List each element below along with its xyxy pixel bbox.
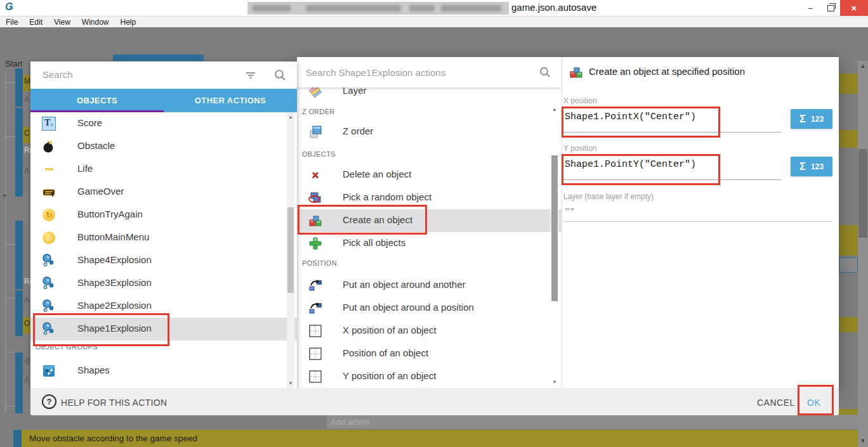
dialog-footer: ? HELP FOR THIS ACTION CANCEL OK: [30, 388, 839, 415]
action-item-pick-all[interactable]: Pick all objects: [297, 232, 562, 255]
restore-icon: [827, 5, 834, 11]
pick-random-icon: [308, 191, 322, 205]
text-object-icon: Tx: [42, 117, 56, 131]
objects-selector-panel: OBJECTS OTHER ACTIONS Tx Score Obstacle …: [30, 62, 297, 388]
scroll-down-icon[interactable]: ▼: [858, 437, 868, 444]
menu-view[interactable]: View: [48, 18, 76, 27]
action-item-pick-random[interactable]: Pick a random object: [297, 186, 562, 209]
menubar: File Edit View Window Help: [0, 16, 868, 27]
action-item-y-position[interactable]: Y position of an object: [297, 365, 562, 388]
input-underline: [563, 132, 782, 133]
action-item-around-another[interactable]: Put an object around another: [297, 274, 562, 297]
particles-icon: [42, 322, 56, 336]
section-header: OBJECTS: [302, 150, 336, 158]
cancel-button[interactable]: CANCEL: [757, 398, 795, 408]
ok-button[interactable]: OK: [807, 398, 820, 408]
object-item-gameover[interactable]: GameOver: [30, 181, 297, 204]
expression-editor-button[interactable]: Σ123: [791, 109, 832, 129]
search-icon[interactable]: [274, 69, 286, 81]
y-position-label: Y position: [563, 144, 596, 153]
start-page-tab[interactable]: Start: [5, 59, 22, 68]
actions-list: Layer Z ORDER Z order OBJECTS × Delete a…: [297, 87, 562, 388]
x-position-input[interactable]: Shape1.PointX("Center"): [565, 112, 696, 122]
action-item-x-position[interactable]: X position of an object: [297, 320, 562, 342]
object-group-icon: [42, 364, 56, 378]
tab-other-actions[interactable]: OTHER ACTIONS: [164, 89, 297, 112]
scroll-up-icon[interactable]: ▲: [551, 107, 558, 112]
scrollbar-thumb[interactable]: [551, 155, 558, 301]
tab-objects[interactable]: OBJECTS: [30, 89, 164, 112]
home-button-icon: ⌂: [42, 231, 56, 245]
close-button[interactable]: ×: [840, 0, 868, 16]
menu-window[interactable]: Window: [76, 18, 115, 27]
menu-help[interactable]: Help: [115, 18, 142, 27]
position-grid-icon: [308, 347, 322, 361]
particles-icon: [42, 276, 56, 290]
restore-button[interactable]: [821, 0, 840, 16]
delete-object-icon: ×: [308, 168, 322, 182]
layer-input[interactable]: "": [565, 207, 575, 216]
event-comment-row[interactable]: Move obstacle according to the game spee…: [22, 430, 858, 447]
toolbar: [0, 27, 868, 55]
action-item-around-position[interactable]: Put an object around a position: [297, 297, 562, 320]
objects-search-input[interactable]: [41, 68, 234, 81]
app-window: Ǥ game.json.autosave – × File Edit View …: [0, 0, 868, 447]
add-action-button[interactable]: Add action: [327, 415, 858, 429]
layer-label: Layer (base layer if empty): [563, 192, 654, 201]
window-title: game.json.autosave: [511, 2, 596, 13]
hearts-icon: ♥♥♥: [42, 162, 56, 176]
object-item-shape4explosion[interactable]: Shape4Explosion: [30, 249, 297, 272]
menu-file[interactable]: File: [0, 18, 23, 27]
action-item-delete[interactable]: × Delete an object: [297, 164, 562, 186]
window-scrollbar[interactable]: ▲ ▼: [858, 61, 868, 447]
action-item-position[interactable]: Position of an object: [297, 342, 562, 365]
action-item-zorder[interactable]: Z order: [297, 120, 562, 143]
titlebar: Ǥ game.json.autosave – ×: [0, 0, 868, 16]
search-icon: [539, 67, 551, 78]
filter-icon[interactable]: [245, 70, 256, 81]
object-item-buttonmainmenu[interactable]: ⌂ ButtonMainMenu: [30, 226, 297, 249]
object-item-shape3explosion[interactable]: Shape3Explosion: [30, 272, 297, 295]
actions-scrollbar[interactable]: ▲ ▼: [551, 100, 558, 388]
section-header: POSITION: [302, 259, 337, 267]
action-parameters-panel: Create an object at specified position X…: [562, 57, 839, 388]
scroll-up-icon[interactable]: ▲: [287, 114, 294, 120]
scroll-up-icon[interactable]: ▲: [858, 63, 868, 69]
position-grid-icon: [308, 370, 322, 384]
object-item-buttontryagain[interactable]: ↻ ButtonTryAgain: [30, 204, 297, 226]
retry-button-icon: ↻: [42, 208, 56, 222]
actions-search-input[interactable]: [305, 67, 497, 79]
y-position-input[interactable]: Shape1.PointY("Center"): [565, 159, 696, 170]
create-object-icon: [308, 214, 322, 228]
pick-all-icon: [308, 236, 322, 250]
particles-icon: [42, 254, 56, 268]
objects-scrollbar[interactable]: ▲ ▼: [287, 112, 294, 388]
minimize-button[interactable]: –: [801, 0, 820, 16]
object-item-shape2explosion[interactable]: Shape2Explosion: [30, 295, 297, 318]
help-link[interactable]: HELP FOR THIS ACTION: [61, 398, 167, 408]
action-item-layer[interactable]: Layer: [297, 87, 562, 103]
menu-edit[interactable]: Edit: [23, 18, 48, 27]
action-item-create-object[interactable]: Create an object: [297, 209, 562, 232]
x-position-label: X position: [563, 96, 597, 105]
create-object-icon: [569, 65, 583, 79]
scroll-down-icon[interactable]: ▼: [551, 379, 558, 385]
objects-search-box[interactable]: [30, 62, 297, 89]
action-title: Create an object at specified position: [589, 66, 745, 77]
objects-list: Tx Score Obstacle ♥♥♥ Life GameOver ↻ Bu…: [30, 112, 297, 388]
scroll-down-icon[interactable]: ▼: [287, 380, 294, 386]
object-item-life[interactable]: ♥♥♥ Life: [30, 158, 297, 181]
around-position-icon: [308, 301, 322, 315]
object-group-shapes[interactable]: Shapes: [30, 360, 297, 382]
scrollbar-thumb[interactable]: [287, 207, 294, 293]
gameover-sign-icon: [42, 185, 56, 199]
object-item-obstacle[interactable]: Obstacle: [30, 135, 297, 158]
scrollbar-thumb[interactable]: [858, 149, 867, 238]
position-grid-icon: [308, 324, 322, 338]
object-item-shape1explosion[interactable]: Shape1Explosion: [30, 318, 297, 340]
expression-editor-button[interactable]: Σ123: [791, 157, 832, 176]
actions-search-box[interactable]: [297, 57, 562, 87]
object-item-score[interactable]: Tx Score: [30, 112, 297, 135]
blurred-path-region: [247, 2, 509, 15]
help-icon[interactable]: ?: [42, 394, 56, 409]
